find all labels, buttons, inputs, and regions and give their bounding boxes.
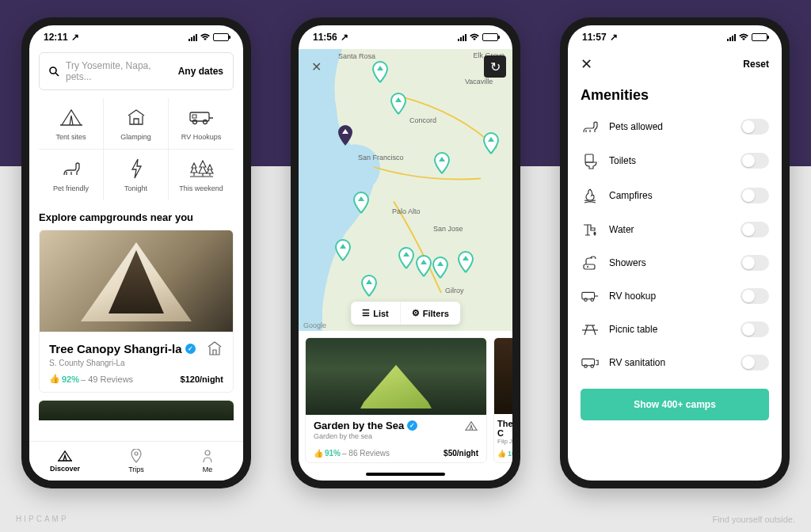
status-indicators — [458, 33, 498, 41]
map-pin[interactable] — [360, 275, 378, 297]
tab-trips[interactable]: Trips — [101, 442, 172, 481]
category-pet-friendly[interactable]: Pet friendly — [39, 150, 104, 200]
map-controls: ☰List ⚙Filters — [351, 302, 460, 325]
map-pin-selected[interactable] — [337, 124, 354, 146]
category-glamping[interactable]: Glamping — [104, 98, 169, 150]
picnic-icon — [581, 322, 600, 336]
map-results: Garden by the Sea✓ Garden by the sea 👍91… — [299, 331, 512, 469]
toggle[interactable] — [741, 321, 769, 337]
footer-tagline: Find yourself outside. — [712, 515, 795, 524]
map-pin[interactable] — [371, 61, 389, 83]
filter-title: Amenities — [568, 79, 782, 110]
rv-icon — [188, 106, 215, 128]
tab-bar: Discover Trips Me — [29, 441, 243, 481]
filter-reset-button[interactable]: Reset — [743, 59, 769, 70]
amenity-picnic-table: Picnic table — [568, 313, 782, 346]
status-bar: 11:56↗ — [299, 25, 512, 49]
cabin-icon — [125, 106, 147, 128]
rv-sanitation-icon — [581, 355, 600, 370]
toggle[interactable] — [741, 255, 769, 271]
svg-point-21 — [584, 365, 588, 368]
search-bar[interactable]: Try Yosemite, Napa, pets... Any dates — [39, 52, 234, 90]
home-indicator[interactable] — [366, 473, 445, 476]
svg-rect-5 — [192, 115, 196, 118]
status-time: 12:11 — [44, 32, 68, 43]
tab-discover[interactable]: Discover — [29, 442, 101, 481]
category-tent-sites[interactable]: Tent sites — [39, 98, 104, 150]
toggle[interactable] — [741, 288, 769, 304]
map-pin[interactable] — [398, 247, 415, 269]
footer-brand: HIPCAMP — [16, 515, 69, 524]
next-camp-peek[interactable] — [39, 401, 234, 420]
category-rv-hookups[interactable]: RV Hookups — [169, 98, 234, 150]
phone-map: 11:56↗ ✕ ↻ Santa Rosa Concord San Franci… — [291, 17, 520, 488]
svg-point-11 — [587, 266, 588, 268]
map-pin[interactable] — [352, 192, 370, 214]
amenity-showers: Showers — [568, 246, 782, 279]
map-pin[interactable] — [482, 132, 500, 154]
location-arrow-icon: ↗ — [341, 32, 348, 43]
map-view[interactable]: ✕ ↻ Santa Rosa Concord San Francisco Pal… — [299, 49, 512, 331]
category-this-weekend[interactable]: This weekend — [169, 150, 234, 200]
verified-icon: ✓ — [185, 344, 196, 354]
filters-icon: ⚙ — [412, 308, 420, 318]
water-icon — [581, 222, 600, 238]
result-price: $50/night — [444, 449, 478, 458]
status-time: 11:57 — [582, 32, 607, 43]
result-card[interactable]: Garden by the Sea✓ Garden by the sea 👍91… — [305, 337, 487, 463]
map-pin[interactable] — [433, 152, 451, 174]
camp-subtitle: S. County Shangri-La — [49, 359, 223, 367]
svg-point-14 — [591, 298, 594, 302]
map-refresh-button[interactable]: ↻ — [484, 55, 506, 78]
map-label-vacaville: Vacaville — [465, 78, 493, 86]
toggle[interactable] — [741, 188, 769, 203]
person-tab-icon — [202, 449, 213, 463]
trees-icon — [188, 158, 214, 180]
result-image — [306, 338, 486, 415]
bolt-icon — [129, 158, 143, 180]
search-dates[interactable]: Any dates — [178, 66, 223, 77]
amenity-campfires: Campfires — [568, 178, 782, 213]
pin-tab-icon — [131, 449, 142, 463]
toggle[interactable] — [741, 355, 769, 370]
svg-point-8 — [205, 450, 210, 455]
status-time: 11:56 — [313, 32, 337, 43]
location-arrow-icon: ↗ — [610, 32, 618, 43]
list-icon: ☰ — [362, 308, 370, 318]
result-title: Garden by the Sea — [314, 420, 404, 431]
svg-point-13 — [584, 298, 588, 302]
filters-button[interactable]: ⚙Filters — [401, 302, 460, 325]
pet-icon — [581, 119, 600, 135]
amenity-rv-sanitation: RV sanitation — [568, 346, 782, 379]
map-label-paloalto: Palo Alto — [392, 207, 421, 215]
map-pin[interactable] — [415, 255, 432, 277]
result-rating: 👍91% – 86 Reviews — [314, 449, 390, 458]
status-indicators — [727, 33, 767, 41]
map-pin[interactable] — [334, 239, 352, 261]
tent-tab-icon — [57, 450, 73, 462]
result-card-peek[interactable]: The C Flip J 👍100 — [493, 337, 512, 463]
status-bar: 11:57↗ — [568, 25, 782, 49]
category-tonight[interactable]: Tonight — [104, 150, 169, 200]
map-pin[interactable] — [457, 251, 474, 273]
tab-me[interactable]: Me — [172, 442, 243, 481]
cabin-type-icon — [206, 340, 223, 357]
map-pin[interactable] — [390, 93, 407, 115]
toggle[interactable] — [741, 153, 769, 169]
google-attribution: Google — [303, 321, 326, 329]
tent-type-icon — [464, 420, 478, 431]
svg-rect-10 — [584, 264, 595, 269]
map-label-gilroy: Gilroy — [445, 287, 464, 294]
svg-point-7 — [135, 452, 138, 455]
map-label-concord: Concord — [409, 116, 436, 124]
map-close-button[interactable]: ✕ — [305, 55, 327, 78]
map-pin[interactable] — [432, 256, 449, 279]
show-camps-button[interactable]: Show 400+ camps — [581, 389, 769, 420]
search-icon — [49, 66, 59, 77]
list-button[interactable]: ☰List — [351, 302, 401, 325]
filter-close-button[interactable]: ✕ — [581, 55, 592, 73]
camp-title: Tree Canopy Shangri-la — [49, 342, 182, 355]
toggle[interactable] — [741, 222, 769, 238]
toggle[interactable] — [741, 119, 769, 135]
camp-card[interactable]: Tree Canopy Shangri-la✓ S. County Shangr… — [39, 230, 234, 393]
